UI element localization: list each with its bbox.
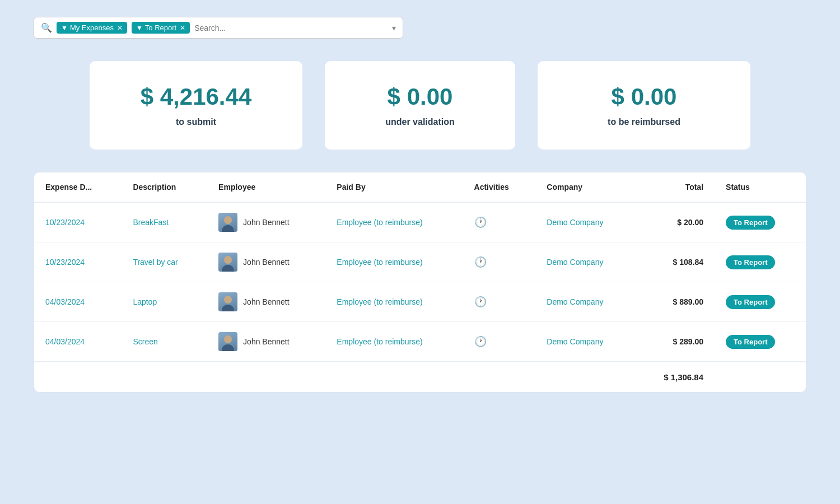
activity-clock-icon-2: 🕐 <box>474 296 487 307</box>
row-employee-3: John Bennett <box>207 322 325 362</box>
to-reimburse-amount: $ 0.00 <box>571 83 717 110</box>
search-input[interactable] <box>194 24 388 32</box>
employee-name-0: John Bennett <box>243 218 290 227</box>
row-employee-0: John Bennett <box>207 202 325 242</box>
row-date-1: 10/23/2024 <box>34 242 122 282</box>
row-date-3: 04/03/2024 <box>34 322 122 362</box>
row-company-1: Demo Company <box>535 242 636 282</box>
to-reimburse-card: $ 0.00 to be reimbursed <box>538 61 750 150</box>
row-paid-by-0: Employee (to reimburse) <box>325 202 463 242</box>
status-badge-0: To Report <box>726 216 775 230</box>
row-company-0: Demo Company <box>535 202 636 242</box>
row-activities-3: 🕐 <box>463 322 536 362</box>
row-paid-by-3: Employee (to reimburse) <box>325 322 463 362</box>
to-submit-card: $ 4,216.44 to submit <box>90 61 302 150</box>
row-company-3: Demo Company <box>535 322 636 362</box>
filter-close-to-report[interactable]: ✕ <box>180 24 185 32</box>
employee-name-2: John Bennett <box>243 297 290 306</box>
filter-tag-my-expenses[interactable]: ▼ My Expenses ✕ <box>57 22 127 34</box>
to-reimburse-label: to be reimbursed <box>571 117 717 127</box>
row-total-0: $ 20.00 <box>636 202 715 242</box>
under-validation-label: under validation <box>358 117 482 127</box>
col-header-employee: Employee <box>207 172 325 202</box>
row-description-1: Travel by car <box>122 242 207 282</box>
footer-empty <box>34 362 636 392</box>
col-header-date: Expense D... <box>34 172 122 202</box>
row-status-3: To Report <box>715 322 806 362</box>
activity-clock-icon-3: 🕐 <box>474 336 487 347</box>
footer-status-empty <box>715 362 806 392</box>
row-paid-by-1: Employee (to reimburse) <box>325 242 463 282</box>
row-employee-2: John Bennett <box>207 282 325 322</box>
row-activities-1: 🕐 <box>463 242 536 282</box>
under-validation-amount: $ 0.00 <box>358 83 482 110</box>
row-activities-2: 🕐 <box>463 282 536 322</box>
avatar-1 <box>218 253 237 272</box>
row-date-2: 04/03/2024 <box>34 282 122 322</box>
employee-name-3: John Bennett <box>243 337 290 346</box>
expenses-table: Expense D... Description Employee Paid B… <box>34 172 806 392</box>
under-validation-card: $ 0.00 under validation <box>325 61 515 150</box>
avatar-3 <box>218 332 237 351</box>
table-row[interactable]: 10/23/2024 BreakFast John Bennett Employ… <box>34 202 806 242</box>
row-status-1: To Report <box>715 242 806 282</box>
summary-row: $ 4,216.44 to submit $ 0.00 under valida… <box>34 61 806 150</box>
to-submit-amount: $ 4,216.44 <box>123 83 269 110</box>
table-footer-row: $ 1,306.84 <box>34 362 806 392</box>
row-employee-1: John Bennett <box>207 242 325 282</box>
col-header-paid-by: Paid By <box>325 172 463 202</box>
row-company-2: Demo Company <box>535 282 636 322</box>
col-header-total: Total <box>636 172 715 202</box>
status-badge-2: To Report <box>726 295 775 309</box>
row-total-3: $ 289.00 <box>636 322 715 362</box>
filter-tag-to-report[interactable]: ▼ To Report ✕ <box>132 22 190 34</box>
filter-icon-1: ▼ <box>61 24 68 32</box>
expenses-table-container: Expense D... Description Employee Paid B… <box>34 172 806 393</box>
col-header-company: Company <box>535 172 636 202</box>
search-bar: 🔍 ▼ My Expenses ✕ ▼ To Report ✕ ▾ <box>34 17 403 39</box>
row-paid-by-2: Employee (to reimburse) <box>325 282 463 322</box>
status-badge-3: To Report <box>726 335 775 349</box>
avatar-0 <box>218 213 237 232</box>
footer-total: $ 1,306.84 <box>636 362 715 392</box>
row-total-2: $ 889.00 <box>636 282 715 322</box>
search-dropdown-arrow[interactable]: ▾ <box>392 24 396 32</box>
to-submit-label: to submit <box>123 117 269 127</box>
col-header-status: Status <box>715 172 806 202</box>
row-date-0: 10/23/2024 <box>34 202 122 242</box>
avatar-2 <box>218 292 237 311</box>
col-header-activities: Activities <box>463 172 536 202</box>
filter-label-my-expenses: My Expenses <box>70 24 114 32</box>
col-header-description: Description <box>122 172 207 202</box>
activity-clock-icon-0: 🕐 <box>474 217 487 228</box>
row-description-0: BreakFast <box>122 202 207 242</box>
row-activities-0: 🕐 <box>463 202 536 242</box>
status-badge-1: To Report <box>726 255 775 269</box>
table-row[interactable]: 10/23/2024 Travel by car John Bennett Em… <box>34 242 806 282</box>
search-icon: 🔍 <box>41 22 52 33</box>
row-status-2: To Report <box>715 282 806 322</box>
table-row[interactable]: 04/03/2024 Screen John Bennett Employee … <box>34 322 806 362</box>
table-header-row: Expense D... Description Employee Paid B… <box>34 172 806 202</box>
row-description-3: Screen <box>122 322 207 362</box>
filter-label-to-report: To Report <box>145 24 176 32</box>
filter-close-my-expenses[interactable]: ✕ <box>117 24 123 32</box>
row-description-2: Laptop <box>122 282 207 322</box>
row-total-1: $ 108.84 <box>636 242 715 282</box>
row-status-0: To Report <box>715 202 806 242</box>
employee-name-1: John Bennett <box>243 258 290 267</box>
filter-icon-2: ▼ <box>136 24 143 32</box>
table-row[interactable]: 04/03/2024 Laptop John Bennett Employee … <box>34 282 806 322</box>
activity-clock-icon-1: 🕐 <box>474 256 487 268</box>
